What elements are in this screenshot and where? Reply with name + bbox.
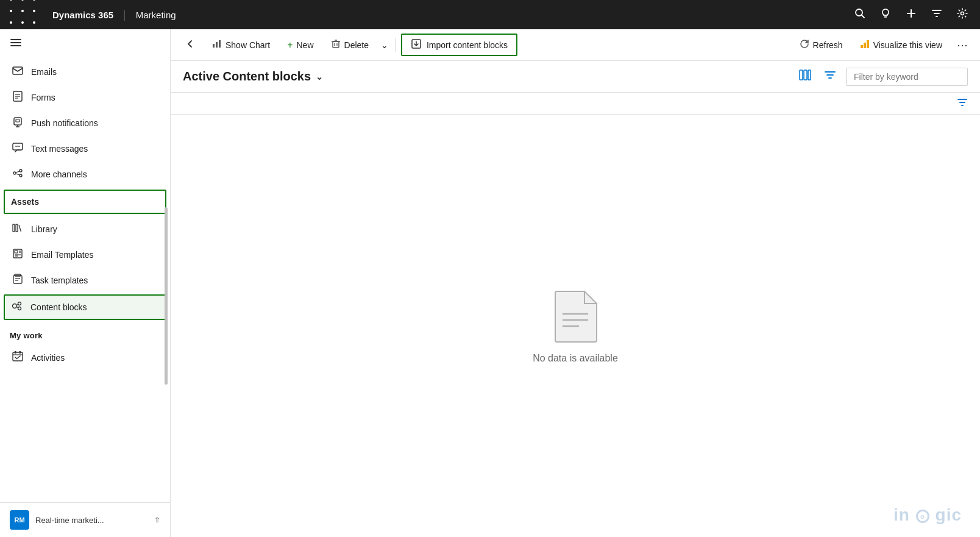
view-title-chevron-icon[interactable]: ⌄: [316, 72, 323, 82]
lightbulb-icon[interactable]: [878, 5, 893, 24]
svg-rect-48: [219, 40, 221, 48]
email-templates-icon: [12, 248, 24, 261]
delete-button[interactable]: Delete: [324, 35, 376, 54]
svg-rect-10: [13, 67, 23, 74]
activities-icon: [12, 351, 24, 365]
assets-label: Assets: [11, 197, 39, 207]
library-icon: [12, 222, 24, 236]
sidebar-item-task-templates[interactable]: Task templates: [0, 268, 170, 293]
content-blocks-icon: [11, 301, 23, 314]
svg-point-23: [20, 174, 22, 177]
visualize-label: Visualize this view: [873, 40, 942, 50]
svg-point-6: [961, 12, 964, 15]
sidebar-item-activities[interactable]: Activities: [0, 345, 170, 371]
visualize-button[interactable]: Visualize this view: [853, 35, 950, 54]
svg-line-1: [862, 15, 865, 18]
toolbar-divider-1: [396, 38, 396, 52]
sidebar-label-push: Push notifications: [31, 118, 98, 128]
sidebar-label-text-messages: Text messages: [31, 144, 88, 154]
svg-rect-29: [15, 251, 18, 253]
new-label: New: [297, 40, 314, 50]
sidebar-bottom: RM Real-time marketi... ⇧: [0, 502, 170, 537]
sidebar-user-area[interactable]: RM Real-time marketi... ⇧: [0, 503, 170, 537]
hamburger-icon: [10, 37, 22, 52]
show-chart-button[interactable]: Show Chart: [205, 35, 277, 54]
svg-point-22: [20, 169, 22, 172]
sidebar-item-content-blocks[interactable]: Content blocks: [4, 294, 166, 320]
svg-rect-59: [804, 70, 807, 80]
delete-label: Delete: [344, 40, 369, 50]
filter-icon[interactable]: [822, 66, 839, 87]
svg-rect-55: [861, 45, 863, 48]
svg-rect-26: [13, 224, 15, 232]
sidebar-label-emails: Emails: [31, 67, 57, 77]
sidebar-label-more-channels: More channels: [31, 169, 87, 179]
content-area: Show Chart + New Delete: [171, 29, 980, 537]
refresh-button[interactable]: Refresh: [792, 35, 850, 54]
new-button[interactable]: + New: [280, 36, 321, 54]
filter-input[interactable]: [846, 68, 968, 86]
top-bar: Dynamics 365 | Marketing: [0, 0, 980, 29]
delete-icon: [331, 39, 341, 51]
sidebar-item-email-templates[interactable]: Email Templates: [0, 242, 170, 268]
empty-state-text: No data is available: [533, 353, 618, 364]
more-options-button[interactable]: ⋯: [952, 35, 973, 55]
app-title: Dynamics 365: [52, 10, 113, 20]
svg-line-42: [16, 307, 18, 308]
app-grid-icon[interactable]: [10, 0, 43, 31]
back-button[interactable]: [178, 35, 202, 54]
svg-point-40: [18, 307, 21, 310]
empty-doc-icon: [551, 288, 600, 343]
sidebar-label-activities: Activities: [31, 353, 65, 363]
sidebar-item-library[interactable]: Library: [0, 216, 170, 242]
svg-rect-47: [216, 42, 218, 48]
dropdown-button[interactable]: ⌄: [378, 37, 391, 54]
svg-rect-16: [16, 119, 20, 122]
filter-icon[interactable]: [929, 5, 945, 24]
sidebar-user-label: Real-time marketi...: [35, 516, 148, 525]
svg-rect-46: [213, 44, 215, 48]
forms-icon: [12, 91, 24, 104]
sidebar-label-content-blocks: Content blocks: [30, 302, 87, 312]
plus-icon[interactable]: [903, 5, 919, 24]
svg-rect-60: [808, 70, 811, 80]
push-icon: [12, 116, 24, 130]
sidebar-item-more-channels[interactable]: More channels: [0, 162, 170, 187]
sidebar-scrollbar[interactable]: [165, 207, 168, 385]
svg-point-21: [13, 172, 16, 174]
advanced-filter-icon[interactable]: [957, 97, 968, 110]
svg-rect-43: [13, 352, 23, 361]
empty-state: No data is available in o gic: [171, 115, 980, 537]
task-templates-icon: [12, 274, 24, 287]
chart-icon: [212, 39, 222, 51]
settings-icon[interactable]: [954, 5, 970, 24]
my-work-section-label: My work: [0, 321, 170, 345]
sidebar-item-emails[interactable]: Emails: [0, 59, 170, 85]
refresh-label: Refresh: [813, 40, 843, 50]
user-avatar: RM: [10, 510, 29, 530]
sidebar-toggle[interactable]: [0, 29, 170, 59]
sidebar: Emails Forms: [0, 29, 171, 537]
import-content-blocks-button[interactable]: Import content blocks: [401, 34, 517, 56]
search-icon[interactable]: [852, 5, 868, 24]
sidebar-item-forms[interactable]: Forms: [0, 85, 170, 110]
import-icon: [411, 38, 422, 51]
svg-point-38: [13, 304, 17, 308]
svg-rect-58: [800, 70, 803, 80]
sidebar-label-email-templates: Email Templates: [31, 250, 93, 260]
toolbar: Show Chart + New Delete: [171, 29, 980, 61]
assets-section-header: Assets: [4, 190, 166, 214]
show-chart-label: Show Chart: [225, 40, 270, 50]
view-title: Active Content blocks ⌄: [183, 69, 323, 84]
svg-line-25: [16, 174, 20, 175]
svg-line-41: [16, 304, 18, 305]
svg-rect-45: [20, 351, 21, 354]
svg-rect-27: [16, 224, 18, 232]
sidebar-item-text-messages[interactable]: Text messages: [0, 136, 170, 162]
svg-rect-57: [867, 40, 869, 48]
new-icon: +: [287, 40, 293, 51]
import-label: Import content blocks: [427, 40, 508, 50]
main-container: Emails Forms: [0, 29, 980, 537]
column-chooser-icon[interactable]: [796, 66, 814, 87]
sidebar-item-push-notifications[interactable]: Push notifications: [0, 110, 170, 136]
